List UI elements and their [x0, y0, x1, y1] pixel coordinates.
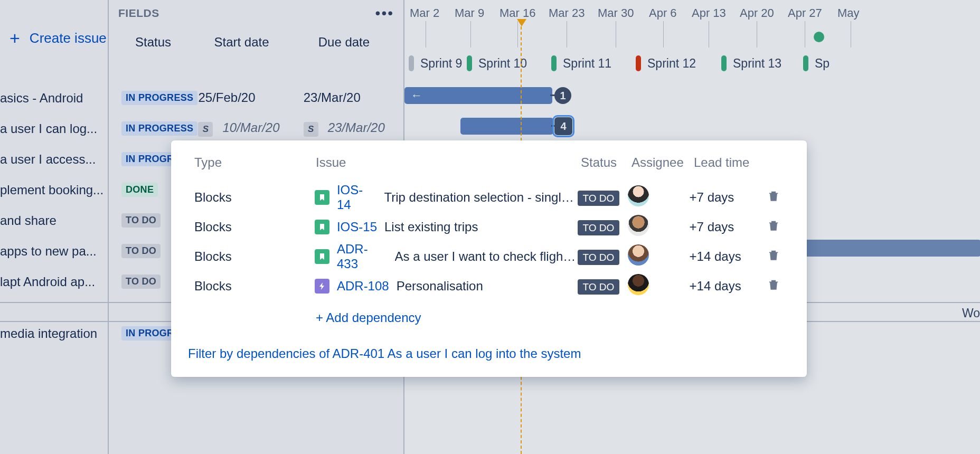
delete-dependency-button[interactable] — [768, 249, 784, 264]
status-badge[interactable]: TO DO — [578, 220, 620, 235]
sprint-label[interactable]: Sprint 9 — [409, 53, 462, 74]
avatar — [628, 185, 649, 206]
sprint-label[interactable]: Sprint 11 — [551, 53, 611, 74]
dependencies-popup: Type Issue Status Assignee Lead time Blo… — [171, 140, 807, 377]
dependency-type[interactable]: Blocks — [194, 220, 315, 234]
sprint-label[interactable]: Sp — [803, 53, 830, 74]
more-icon[interactable]: ••• — [375, 5, 394, 22]
dependency-type[interactable]: Blocks — [194, 249, 315, 264]
arrow-left-icon: ← — [404, 89, 422, 102]
sprint-label[interactable]: Sprint 12 — [636, 53, 696, 74]
sprint-icon: S — [198, 122, 213, 137]
issue-row[interactable]: a user I can log... — [0, 113, 108, 144]
status-badge[interactable]: TO DO — [578, 250, 620, 265]
date-tick: Mar 16 — [500, 6, 535, 20]
start-date-cell[interactable]: 25/Feb/20 — [198, 90, 303, 105]
dependency-row: Blocks ADR-433 As a user I want to check… — [194, 242, 784, 271]
dependency-type[interactable]: Blocks — [194, 190, 315, 205]
start-date-cell[interactable]: S10/Mar/20 — [198, 120, 303, 137]
issue-row[interactable]: lapt Android ap... — [0, 266, 108, 297]
issue-row[interactable]: plement booking... — [0, 174, 108, 205]
date-tick: Mar 30 — [598, 6, 634, 20]
story-icon — [315, 220, 329, 234]
delete-dependency-button[interactable] — [768, 279, 784, 294]
issue-key[interactable]: ADR-433 — [337, 242, 388, 271]
dependency-issue[interactable]: ADR-108 Personalisation — [315, 279, 578, 294]
gantt-bar[interactable]: 4 — [460, 118, 553, 135]
filter-by-dependencies-link[interactable]: Filter by dependencies of ADR-401 As a u… — [188, 346, 784, 361]
sprint-status-icon — [636, 55, 641, 71]
status-badge[interactable]: TO DO — [578, 279, 620, 295]
popup-header-lead: Lead time — [694, 155, 773, 170]
dependency-assignee[interactable] — [628, 244, 690, 269]
dependency-status: TO DO — [578, 279, 628, 294]
status-badge[interactable]: DONE — [121, 183, 158, 197]
status-badge[interactable]: IN PROGRESS — [121, 91, 197, 105]
issue-row[interactable]: media integration — [0, 318, 108, 348]
date-tick: Mar 9 — [455, 6, 484, 20]
issue-row[interactable]: and share — [0, 205, 108, 235]
sprint-status-icon — [467, 55, 472, 71]
story-icon — [315, 190, 329, 205]
popup-header-assignee: Assignee — [632, 155, 694, 170]
issue-key[interactable]: ADR-108 — [337, 279, 389, 294]
release-marker-icon[interactable] — [814, 32, 824, 42]
dependency-lead-time: +14 days — [690, 279, 768, 294]
dependency-lead-time: +14 days — [690, 249, 768, 264]
column-header-due[interactable]: Due date — [304, 35, 403, 50]
issue-summary: List existing trips — [384, 220, 478, 234]
date-tick: Apr 13 — [692, 6, 726, 20]
field-row: IN PROGRESS 25/Feb/20 23/Mar/20 — [109, 82, 403, 113]
dependency-assignee[interactable] — [628, 274, 690, 298]
gantt-bar[interactable]: ← 1 — [404, 87, 552, 104]
issue-key[interactable]: IOS-15 — [337, 220, 377, 234]
sprint-status-icon — [721, 55, 727, 71]
dependency-count-badge[interactable]: 1 — [554, 87, 571, 104]
dependency-count-badge[interactable]: 4 — [554, 117, 572, 135]
dependency-assignee[interactable] — [628, 215, 690, 239]
date-tick: Apr 6 — [649, 6, 677, 20]
issue-row[interactable]: a user I access... — [0, 144, 108, 174]
delete-dependency-button[interactable] — [768, 190, 784, 205]
due-date-cell[interactable]: S23/Mar/20 — [304, 120, 403, 137]
date-tick: Mar 2 — [410, 6, 439, 20]
sprint-label[interactable]: Sprint 13 — [721, 53, 781, 74]
dependency-type[interactable]: Blocks — [194, 279, 315, 294]
add-dependency-button[interactable]: + Add dependency — [316, 310, 784, 325]
fields-header-title: FIELDS — [118, 7, 159, 20]
sprint-label[interactable]: Sprint 10 — [467, 53, 527, 74]
issue-key[interactable]: IOS-14 — [337, 183, 377, 212]
date-tick: Apr 27 — [788, 6, 822, 20]
delete-dependency-button[interactable] — [768, 220, 784, 234]
dependency-issue[interactable]: IOS-14 Trip destination selection - sing… — [315, 183, 578, 212]
popup-header-issue: Issue — [316, 155, 581, 170]
status-badge[interactable]: TO DO — [121, 275, 161, 289]
sprint-row: Sprint 9 Sprint 10 Sprint 11 Sprint 12 S… — [404, 53, 980, 77]
dependency-issue[interactable]: IOS-15 List existing trips — [315, 220, 578, 234]
issue-row[interactable]: apps to new pa... — [0, 235, 108, 266]
dependency-issue[interactable]: ADR-433 As a user I want to check flight… — [315, 242, 578, 271]
dependency-status: TO DO — [578, 190, 628, 205]
column-header-start[interactable]: Start date — [198, 35, 303, 50]
popup-header-status: Status — [581, 155, 632, 170]
dependency-status: TO DO — [578, 220, 628, 234]
status-badge[interactable]: IN PROGRESS — [121, 121, 197, 136]
due-date-cell[interactable]: 23/Mar/20 — [304, 90, 403, 105]
avatar — [628, 215, 649, 236]
dependency-row: Blocks IOS-15 List existing trips TO DO … — [194, 212, 784, 242]
gantt-bar[interactable] — [791, 240, 980, 257]
dependency-row: Blocks ADR-108 Personalisation TO DO +14… — [194, 271, 784, 301]
issue-list-panel: + Create issue asics - Android a user I … — [0, 0, 109, 454]
create-issue-button[interactable]: + Create issue — [0, 0, 108, 51]
popup-header-type: Type — [194, 155, 316, 170]
truncated-label: Wo — [962, 306, 980, 320]
sprint-status-icon — [551, 55, 557, 71]
column-header-status[interactable]: Status — [109, 35, 198, 50]
timeline-date-header: Mar 2 Mar 9 Mar 16 Mar 23 Mar 30 Apr 6 A… — [404, 0, 980, 21]
dependency-assignee[interactable] — [628, 185, 690, 210]
gantt-row: 4 — [404, 118, 980, 139]
status-badge[interactable]: TO DO — [578, 191, 620, 206]
status-badge[interactable]: TO DO — [121, 244, 161, 258]
status-badge[interactable]: TO DO — [121, 213, 161, 228]
issue-row[interactable]: asics - Android — [0, 82, 108, 113]
